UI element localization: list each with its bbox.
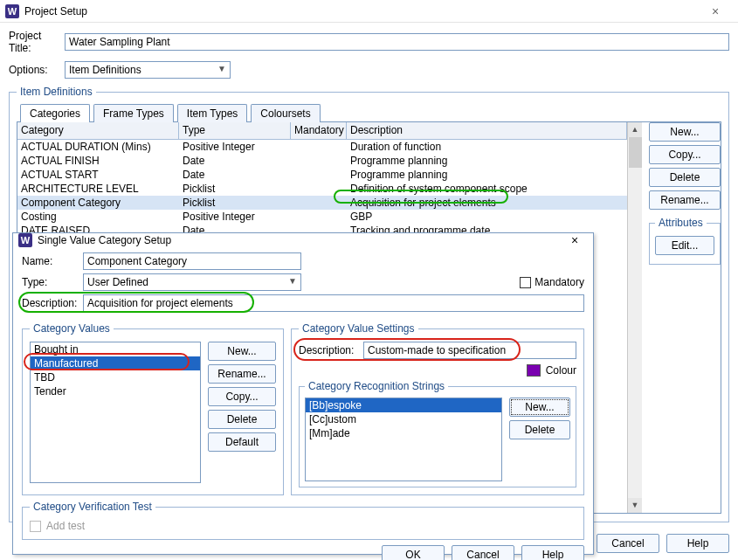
recognition-strings-group: Category Recognition Strings [Bb]espoke[… [299,380,576,487]
list-item[interactable]: Tender [31,384,200,398]
item-definitions-legend: Item Definitions [17,86,96,98]
table-row[interactable]: ARCHITECTURE LEVELPicklistDefinition of … [17,182,627,196]
window-title: Project Setup [24,5,698,17]
col-category[interactable]: Category [17,122,179,139]
recog-legend: Category Recognition Strings [305,380,448,392]
table-row[interactable]: ACTUAL STARTDateProgramme planning [17,168,627,182]
dialog-help-button[interactable]: Help [521,545,584,560]
cvs-legend: Category Value Settings [299,322,418,335]
options-select-value: Item Definitions [69,64,141,76]
tab-frame-types[interactable]: Frame Types [93,104,174,122]
delete-button[interactable]: Delete [649,168,721,187]
grid-header: Category Type Mandatory Description [17,122,627,140]
name-label: Name: [22,255,83,267]
cvs-description-label: Description: [299,344,360,356]
colour-label: Colour [546,364,576,377]
col-mandatory[interactable]: Mandatory [291,122,347,139]
category-value-settings-group: Category Value Settings Description: Col… [291,322,584,495]
cat-default-button[interactable]: Default [208,432,276,452]
table-row[interactable]: CostingPositive IntegerGBP [17,210,627,224]
options-select[interactable]: Item Definitions ▼ [65,61,231,79]
outer-cancel-button[interactable]: Cancel [597,534,659,553]
window-titlebar: W Project Setup × [0,0,738,23]
options-label: Options: [9,64,65,76]
tab-categories[interactable]: Categories [20,104,90,122]
list-item[interactable]: TBD [31,370,200,384]
cat-copy-button[interactable]: Copy... [208,387,276,406]
app-icon: W [5,4,19,18]
attributes-group: Attributes Edit... [649,217,721,265]
app-icon: W [18,233,32,247]
tab-coloursets[interactable]: Coloursets [251,104,320,122]
recognition-list[interactable]: [Bb]espoke[Cc]ustom[Mm]ade [305,398,502,481]
attributes-legend: Attributes [655,217,707,229]
recog-delete-button[interactable]: Delete [509,420,570,439]
list-item[interactable]: [Cc]ustom [306,412,501,426]
category-values-group: Category Values Bought inManufacturedTBD… [22,322,284,495]
project-title-label: Project Title: [9,30,65,54]
cat-rename-button[interactable]: Rename... [208,364,276,384]
type-select[interactable]: User Defined ▼ [83,273,301,291]
grid-scrollbar[interactable]: ▲ ▼ [627,122,642,513]
add-test-checkbox [30,521,41,532]
colour-swatch[interactable] [527,364,541,377]
edit-attributes-button[interactable]: Edit... [655,236,714,255]
add-test-label: Add test [46,520,85,532]
new-button[interactable]: New... [649,122,721,142]
dialog-cancel-button[interactable]: Cancel [452,545,514,560]
dialog-title: Single Value Category Setup [38,234,562,246]
cat-delete-button[interactable]: Delete [208,410,276,429]
project-title-input[interactable] [65,33,729,51]
table-row[interactable]: ACTUAL DURATION (Mins)Positive IntegerDu… [17,140,627,154]
table-row[interactable]: Component CategoryPicklistAcquisition fo… [17,196,627,210]
list-item[interactable]: Manufactured [31,356,200,370]
dialog-titlebar: W Single Value Category Setup × [13,233,593,247]
scroll-down-icon[interactable]: ▼ [628,498,642,513]
name-input[interactable] [83,252,301,270]
verif-legend: Category Verification Test [30,501,155,513]
list-item[interactable]: Bought in [31,342,200,356]
scroll-up-icon[interactable]: ▲ [628,122,642,137]
copy-button[interactable]: Copy... [649,145,721,164]
type-label: Type: [22,276,83,288]
dialog-ok-button[interactable]: OK [382,545,445,560]
rename-button[interactable]: Rename... [649,190,721,210]
mandatory-checkbox[interactable] [520,277,531,288]
table-row[interactable]: ACTUAL FINISHDateProgramme planning [17,154,627,168]
verification-test-group: Category Verification Test Add test [22,501,584,540]
chevron-down-icon: ▼ [217,64,226,73]
col-description[interactable]: Description [347,122,627,139]
cvs-description-input[interactable] [363,342,576,359]
type-select-value: User Defined [87,276,148,288]
outer-help-button[interactable]: Help [666,534,729,553]
description-label: Description: [22,297,83,309]
scroll-thumb[interactable] [629,137,642,168]
mandatory-label: Mandatory [535,276,584,288]
tab-item-types[interactable]: Item Types [177,104,247,122]
list-item[interactable]: [Mm]ade [306,426,501,440]
dialog-close-icon[interactable]: × [562,233,588,247]
list-item[interactable]: [Bb]espoke [306,398,501,412]
close-icon[interactable]: × [698,4,733,18]
col-type[interactable]: Type [179,122,291,139]
cat-new-button[interactable]: New... [208,342,276,361]
recog-new-button[interactable]: New... [509,398,570,417]
chevron-down-icon: ▼ [288,276,297,286]
definition-tabs: Categories Frame Types Item Types Colour… [17,103,721,122]
description-input[interactable] [83,294,584,312]
category-values-legend: Category Values [30,322,114,335]
single-value-category-dialog: W Single Value Category Setup × Name: Ty… [12,232,594,555]
category-values-list[interactable]: Bought inManufacturedTBDTender [30,342,201,483]
